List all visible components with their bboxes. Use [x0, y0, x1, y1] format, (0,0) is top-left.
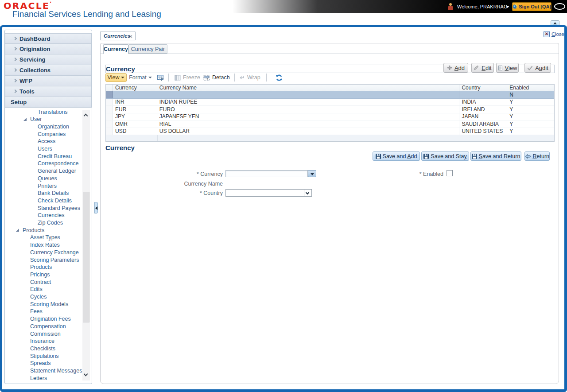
- tree-item-products[interactable]: Products: [6, 226, 44, 234]
- export-to-excel-icon[interactable]: [157, 73, 164, 82]
- column-header-country[interactable]: Country: [459, 85, 507, 91]
- tree-item-user[interactable]: User: [6, 116, 42, 123]
- return-button[interactable]: Return: [524, 151, 550, 161]
- sidebar-item-servicing[interactable]: Servicing: [5, 54, 92, 65]
- workspace-tab-close-icon[interactable]: ✕: [129, 34, 132, 39]
- welcome-menu[interactable]: Welcome, PRAKRRAO: [457, 4, 508, 9]
- sign-out-button[interactable]: Sign Out [QA]: [512, 2, 551, 11]
- tree-item-fees[interactable]: Fees: [6, 308, 43, 315]
- freeze-button[interactable]: Freeze: [175, 73, 200, 82]
- floppy-icon: [472, 154, 477, 159]
- scroll-up-icon[interactable]: [82, 110, 90, 120]
- tree-item-currency-exchange[interactable]: Currency Exchange: [6, 248, 79, 256]
- tree-item-credit-bureau[interactable]: Credit Bureau: [6, 152, 72, 160]
- tree-item-companies[interactable]: Companies: [6, 130, 66, 138]
- tree-item-printers[interactable]: Printers: [6, 182, 57, 190]
- currency-combobox[interactable]: [225, 170, 308, 177]
- tree-item-cycles[interactable]: Cycles: [6, 293, 47, 301]
- sidebar-item-setup[interactable]: Setup: [5, 97, 92, 108]
- tree-item-zip-codes[interactable]: Zip Codes: [6, 219, 63, 227]
- row-header-cell: [106, 128, 113, 135]
- tree-item-index-rates[interactable]: Index Rates: [6, 241, 60, 249]
- check-icon: [527, 66, 533, 70]
- tree-item-statement-messages[interactable]: Statement Messages: [6, 367, 82, 375]
- audit-button[interactable]: Audit: [524, 63, 551, 73]
- tree-item-stipulations[interactable]: Stipulations: [6, 352, 59, 360]
- edit-button[interactable]: Edit: [471, 63, 494, 73]
- tree-item-asset-types[interactable]: Asset Types: [6, 234, 60, 241]
- tree-item-general-ledger[interactable]: General Ledger: [6, 167, 76, 175]
- column-header-enabled[interactable]: Enabled: [507, 85, 554, 91]
- refresh-icon[interactable]: [275, 73, 283, 82]
- wrap-button[interactable]: Wrap: [239, 73, 260, 82]
- tree-expanded-icon[interactable]: [23, 118, 27, 121]
- view-menu-button[interactable]: View: [105, 73, 127, 82]
- column-header-currency[interactable]: Currency: [113, 85, 157, 91]
- save-and-return-button[interactable]: Save and Return: [470, 151, 521, 161]
- table-row[interactable]: INRINDIAN RUPEEINDIAY: [106, 99, 554, 106]
- close-link[interactable]: ✕ Close: [544, 31, 564, 37]
- tab-currency[interactable]: Currency: [103, 44, 128, 54]
- detach-button[interactable]: Detach: [203, 73, 230, 82]
- table-row[interactable]: USDUS DOLLARUNITED STATESY: [106, 128, 554, 136]
- sidebar-item-dashboard[interactable]: DashBoard: [5, 33, 92, 44]
- save-and-add-button[interactable]: Save and Add: [373, 151, 420, 161]
- tree-item-scoring-parameters[interactable]: Scoring Parameters: [6, 256, 79, 264]
- sidebar-item-collections[interactable]: Collections: [5, 65, 92, 76]
- table-row[interactable]: OMRRIALSAUDI ARABIAY: [106, 120, 554, 128]
- tree-item-insurance[interactable]: Insurance: [6, 338, 54, 345]
- tree-item-scoring-models[interactable]: Scoring Models: [6, 300, 68, 308]
- tree-item-correspondence[interactable]: Correspondence: [6, 160, 78, 167]
- column-header-currency-name[interactable]: Currency Name: [157, 85, 460, 91]
- scrollbar-thumb[interactable]: [83, 192, 89, 322]
- tab-currency-pair[interactable]: Currency Pair: [128, 44, 167, 54]
- format-menu-button[interactable]: Format: [129, 73, 151, 82]
- sidebar-item-label: DashBoard: [19, 35, 50, 42]
- view-button[interactable]: View: [496, 63, 519, 73]
- country-select[interactable]: [225, 189, 312, 197]
- tree-item-standard-payees[interactable]: Standard Payees: [6, 204, 80, 212]
- tree-item-queues[interactable]: Queues: [6, 175, 57, 182]
- save-and-stay-button[interactable]: Save and Stay: [421, 151, 469, 161]
- plus-icon: [447, 65, 452, 70]
- chevron-right-icon: [13, 68, 17, 72]
- tree-item-origination-fees[interactable]: Origination Fees: [6, 315, 71, 323]
- workspace-tab-currencies[interactable]: Currencies ✕: [100, 31, 136, 40]
- sidebar-scrollbar[interactable]: [82, 110, 90, 380]
- sidebar-item-tools[interactable]: Tools: [5, 86, 92, 97]
- close-icon[interactable]: ✕: [544, 31, 550, 37]
- table-row[interactable]: JPYJAPANESE YENJAPANY: [106, 113, 554, 121]
- tree-item-contract[interactable]: Contract: [6, 278, 51, 286]
- tree-item-compensation[interactable]: Compensation: [6, 322, 66, 330]
- table-row[interactable]: EUREUROIRELANDY: [106, 106, 554, 113]
- sidebar-collapse-button[interactable]: [94, 202, 98, 213]
- tree-item-access[interactable]: Access: [6, 138, 55, 145]
- tree-expanded-icon[interactable]: [16, 229, 19, 232]
- tree-item-bank-details[interactable]: Bank Details: [6, 190, 69, 197]
- tree-item-checklists[interactable]: Checklists: [6, 345, 55, 352]
- currency-dropdown-icon[interactable]: [308, 170, 316, 177]
- tree-item-label: Index Rates: [30, 242, 60, 248]
- sidebar-item-wfp[interactable]: WFP: [5, 76, 92, 86]
- scroll-down-icon[interactable]: [82, 371, 90, 380]
- cell: N: [507, 91, 554, 98]
- tree-item-label: Organization: [38, 124, 69, 130]
- tree-item-translations[interactable]: Translations: [6, 108, 68, 116]
- tree-item-check-details[interactable]: Check Details: [6, 197, 72, 204]
- tree-item-organization[interactable]: Organization: [6, 123, 69, 130]
- table-row[interactable]: N: [106, 91, 554, 99]
- add-button[interactable]: Add: [443, 63, 468, 73]
- tree-item-products[interactable]: Products: [6, 264, 52, 271]
- sidebar-item-origination[interactable]: Origination: [5, 44, 92, 54]
- country-dropdown-icon[interactable]: [304, 190, 311, 196]
- tree-item-users[interactable]: Users: [6, 145, 52, 153]
- tree-item-edits[interactable]: Edits: [6, 286, 43, 293]
- tree-item-commission[interactable]: Commission: [6, 330, 61, 338]
- tree-item-spreads[interactable]: Spreads: [6, 360, 51, 367]
- tree-item-pricings[interactable]: Pricings: [6, 271, 50, 278]
- enabled-checkbox[interactable]: [447, 170, 453, 176]
- collapse-header-button[interactable]: [551, 20, 559, 25]
- welcome-caret-icon[interactable]: [506, 6, 509, 8]
- tree-item-currencies[interactable]: Currencies: [6, 212, 64, 219]
- tree-item-letters[interactable]: Letters: [6, 374, 47, 382]
